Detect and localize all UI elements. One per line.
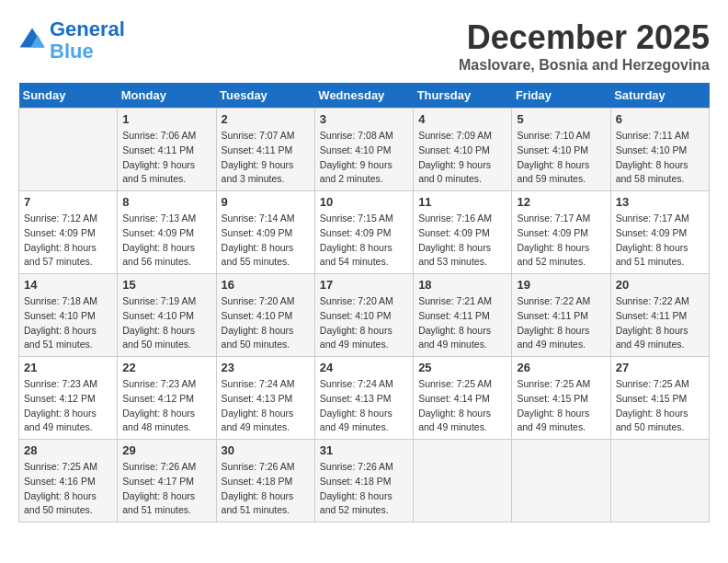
day-number: 13	[616, 195, 704, 209]
title-section: December 2025 Maslovare, Bosnia and Herz…	[459, 18, 710, 74]
day-info: Sunrise: 7:26 AMSunset: 4:18 PMDaylight:…	[320, 460, 408, 518]
calendar-cell: 12Sunrise: 7:17 AMSunset: 4:09 PMDayligh…	[512, 191, 610, 274]
calendar-cell: 7Sunrise: 7:12 AMSunset: 4:09 PMDaylight…	[19, 191, 118, 274]
day-number: 20	[616, 278, 704, 292]
day-number: 6	[616, 112, 704, 126]
day-info: Sunrise: 7:22 AMSunset: 4:11 PMDaylight:…	[517, 294, 605, 352]
day-info: Sunrise: 7:07 AMSunset: 4:11 PMDaylight:…	[222, 129, 310, 187]
day-info: Sunrise: 7:06 AMSunset: 4:11 PMDaylight:…	[122, 129, 210, 187]
location-subtitle: Maslovare, Bosnia and Herzegovina	[459, 57, 710, 74]
day-number: 1	[122, 112, 210, 126]
day-info: Sunrise: 7:26 AMSunset: 4:18 PMDaylight:…	[222, 460, 310, 518]
day-number: 27	[616, 361, 704, 374]
day-info: Sunrise: 7:25 AMSunset: 4:15 PMDaylight:…	[517, 377, 605, 435]
day-number: 8	[122, 195, 210, 209]
day-info: Sunrise: 7:17 AMSunset: 4:09 PMDaylight:…	[517, 212, 605, 270]
calendar-cell: 16Sunrise: 7:20 AMSunset: 4:10 PMDayligh…	[216, 274, 314, 357]
column-header-friday: Friday	[512, 83, 610, 109]
column-header-monday: Monday	[118, 83, 216, 109]
calendar-week-row: 7Sunrise: 7:12 AMSunset: 4:09 PMDaylight…	[19, 191, 710, 274]
day-info: Sunrise: 7:15 AMSunset: 4:09 PMDaylight:…	[320, 212, 408, 270]
calendar-cell: 30Sunrise: 7:26 AMSunset: 4:18 PMDayligh…	[216, 440, 314, 523]
day-info: Sunrise: 7:21 AMSunset: 4:11 PMDaylight:…	[418, 294, 506, 352]
column-header-wednesday: Wednesday	[314, 83, 413, 109]
calendar-week-row: 14Sunrise: 7:18 AMSunset: 4:10 PMDayligh…	[19, 274, 710, 357]
day-info: Sunrise: 7:24 AMSunset: 4:13 PMDaylight:…	[222, 377, 310, 435]
day-number: 4	[418, 112, 506, 126]
calendar-cell: 18Sunrise: 7:21 AMSunset: 4:11 PMDayligh…	[414, 274, 512, 357]
column-header-sunday: Sunday	[19, 83, 118, 109]
calendar-cell: 14Sunrise: 7:18 AMSunset: 4:10 PMDayligh…	[19, 274, 118, 357]
day-number: 9	[222, 195, 310, 209]
day-number: 30	[222, 443, 310, 457]
calendar-cell: 21Sunrise: 7:23 AMSunset: 4:12 PMDayligh…	[19, 357, 118, 440]
day-number: 15	[122, 278, 210, 292]
day-info: Sunrise: 7:17 AMSunset: 4:09 PMDaylight:…	[616, 212, 704, 270]
day-info: Sunrise: 7:18 AMSunset: 4:10 PMDaylight:…	[24, 294, 112, 352]
day-number: 25	[418, 361, 506, 374]
day-number: 7	[24, 195, 112, 209]
calendar-cell: 23Sunrise: 7:24 AMSunset: 4:13 PMDayligh…	[216, 357, 314, 440]
calendar-table: SundayMondayTuesdayWednesdayThursdayFrid…	[18, 83, 710, 523]
calendar-cell: 27Sunrise: 7:25 AMSunset: 4:15 PMDayligh…	[610, 357, 709, 440]
day-info: Sunrise: 7:24 AMSunset: 4:13 PMDaylight:…	[320, 377, 408, 435]
calendar-cell: 28Sunrise: 7:25 AMSunset: 4:16 PMDayligh…	[19, 440, 118, 523]
calendar-cell: 2Sunrise: 7:07 AMSunset: 4:11 PMDaylight…	[216, 109, 314, 191]
day-number: 16	[222, 278, 310, 292]
calendar-cell: 3Sunrise: 7:08 AMSunset: 4:10 PMDaylight…	[314, 109, 413, 191]
day-number: 2	[222, 112, 310, 126]
column-header-thursday: Thursday	[414, 83, 512, 109]
calendar-cell: 19Sunrise: 7:22 AMSunset: 4:11 PMDayligh…	[512, 274, 610, 357]
day-info: Sunrise: 7:13 AMSunset: 4:09 PMDaylight:…	[122, 212, 210, 270]
day-info: Sunrise: 7:14 AMSunset: 4:09 PMDaylight:…	[222, 212, 310, 270]
day-number: 14	[24, 278, 112, 292]
day-info: Sunrise: 7:23 AMSunset: 4:12 PMDaylight:…	[122, 377, 210, 435]
day-number: 10	[320, 195, 408, 209]
calendar-cell: 15Sunrise: 7:19 AMSunset: 4:10 PMDayligh…	[118, 274, 216, 357]
day-info: Sunrise: 7:20 AMSunset: 4:10 PMDaylight:…	[222, 294, 310, 352]
calendar-header-row: SundayMondayTuesdayWednesdayThursdayFrid…	[19, 83, 710, 109]
day-number: 23	[222, 361, 310, 374]
column-header-saturday: Saturday	[610, 83, 709, 109]
calendar-cell: 6Sunrise: 7:11 AMSunset: 4:10 PMDaylight…	[610, 109, 709, 191]
calendar-cell: 11Sunrise: 7:16 AMSunset: 4:09 PMDayligh…	[414, 191, 512, 274]
day-info: Sunrise: 7:11 AMSunset: 4:10 PMDaylight:…	[616, 129, 704, 187]
day-number: 31	[320, 443, 408, 457]
month-title: December 2025	[459, 18, 710, 57]
calendar-cell: 31Sunrise: 7:26 AMSunset: 4:18 PMDayligh…	[314, 440, 413, 523]
calendar-cell: 20Sunrise: 7:22 AMSunset: 4:11 PMDayligh…	[610, 274, 709, 357]
calendar-cell: 26Sunrise: 7:25 AMSunset: 4:15 PMDayligh…	[512, 357, 610, 440]
calendar-cell: 9Sunrise: 7:14 AMSunset: 4:09 PMDaylight…	[216, 191, 314, 274]
calendar-cell	[512, 440, 610, 523]
calendar-cell: 5Sunrise: 7:10 AMSunset: 4:10 PMDaylight…	[512, 109, 610, 191]
calendar-cell: 13Sunrise: 7:17 AMSunset: 4:09 PMDayligh…	[610, 191, 709, 274]
day-number: 26	[517, 361, 605, 374]
day-number: 24	[320, 361, 408, 374]
calendar-cell	[414, 440, 512, 523]
day-info: Sunrise: 7:10 AMSunset: 4:10 PMDaylight:…	[517, 129, 605, 187]
day-info: Sunrise: 7:19 AMSunset: 4:10 PMDaylight:…	[122, 294, 210, 352]
day-number: 28	[24, 443, 112, 457]
day-info: Sunrise: 7:25 AMSunset: 4:16 PMDaylight:…	[24, 460, 112, 518]
day-info: Sunrise: 7:25 AMSunset: 4:15 PMDaylight:…	[616, 377, 704, 435]
logo-text: GeneralBlue	[50, 18, 125, 63]
calendar-cell: 17Sunrise: 7:20 AMSunset: 4:10 PMDayligh…	[314, 274, 413, 357]
day-info: Sunrise: 7:12 AMSunset: 4:09 PMDaylight:…	[24, 212, 112, 270]
calendar-week-row: 28Sunrise: 7:25 AMSunset: 4:16 PMDayligh…	[19, 440, 710, 523]
day-number: 12	[517, 195, 605, 209]
day-info: Sunrise: 7:20 AMSunset: 4:10 PMDaylight:…	[320, 294, 408, 352]
day-number: 19	[517, 278, 605, 292]
calendar-cell: 4Sunrise: 7:09 AMSunset: 4:10 PMDaylight…	[414, 109, 512, 191]
day-number: 3	[320, 112, 408, 126]
day-info: Sunrise: 7:23 AMSunset: 4:12 PMDaylight:…	[24, 377, 112, 435]
day-info: Sunrise: 7:16 AMSunset: 4:09 PMDaylight:…	[418, 212, 506, 270]
page-header: GeneralBlue December 2025 Maslovare, Bos…	[18, 18, 710, 74]
day-number: 11	[418, 195, 506, 209]
calendar-week-row: 21Sunrise: 7:23 AMSunset: 4:12 PMDayligh…	[19, 357, 710, 440]
day-info: Sunrise: 7:25 AMSunset: 4:14 PMDaylight:…	[418, 377, 506, 435]
logo: GeneralBlue	[18, 18, 125, 63]
day-number: 18	[418, 278, 506, 292]
day-info: Sunrise: 7:09 AMSunset: 4:10 PMDaylight:…	[418, 129, 506, 187]
calendar-cell: 22Sunrise: 7:23 AMSunset: 4:12 PMDayligh…	[118, 357, 216, 440]
calendar-cell: 10Sunrise: 7:15 AMSunset: 4:09 PMDayligh…	[314, 191, 413, 274]
